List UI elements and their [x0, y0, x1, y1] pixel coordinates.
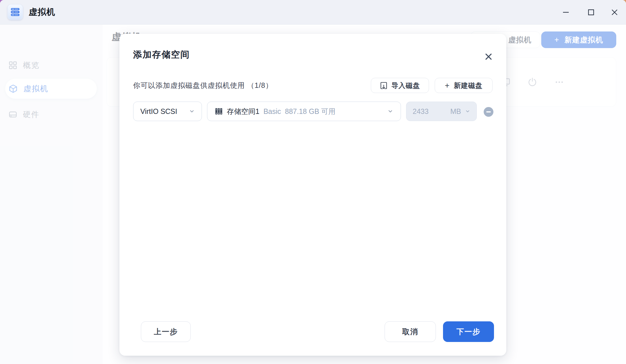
- chevron-down-icon: [387, 108, 393, 114]
- storage-pool-select[interactable]: 存储空间1 Basic 887.18 GB 可用: [207, 102, 401, 121]
- cancel-label: 取消: [402, 327, 418, 337]
- storage-pool-name: 存储空间1: [227, 107, 259, 116]
- import-disk-label: 导入磁盘: [391, 81, 420, 90]
- app-logo: [7, 4, 23, 20]
- dialog-title: 添加存储空间: [133, 49, 190, 61]
- dialog-description: 你可以添加虚拟磁盘供虚拟机使用 （1/8）: [133, 78, 273, 93]
- import-disk-button[interactable]: 导入磁盘: [371, 78, 429, 93]
- window-close-button[interactable]: [606, 0, 623, 24]
- minimize-icon: [562, 9, 570, 16]
- new-disk-label: 新建磁盘: [454, 81, 483, 90]
- disk-size-unit: MB: [450, 107, 461, 116]
- disk-size-field: MB: [406, 102, 477, 121]
- maximize-icon: [587, 9, 595, 16]
- server-stack-icon: [10, 7, 20, 17]
- storage-array-icon: [215, 107, 223, 115]
- import-file-icon: [380, 82, 387, 90]
- new-disk-button[interactable]: + 新建磁盘: [435, 78, 493, 93]
- app-window: 虚拟机: [0, 0, 626, 364]
- previous-step-label: 上一步: [154, 327, 178, 337]
- window-close-icon: [611, 9, 618, 16]
- minimize-button[interactable]: [557, 0, 574, 24]
- storage-pool-free: 887.18 GB 可用: [285, 107, 335, 116]
- titlebar: 虚拟机: [0, 0, 626, 25]
- storage-pool-type: Basic: [263, 107, 281, 116]
- maximize-button[interactable]: [582, 0, 600, 24]
- close-icon: [484, 52, 493, 61]
- cancel-button[interactable]: 取消: [385, 321, 436, 342]
- chevron-down-icon: [465, 109, 470, 114]
- plus-icon: +: [445, 82, 450, 90]
- chevron-down-icon: [189, 108, 195, 114]
- add-storage-dialog: 添加存储空间 你可以添加虚拟磁盘供虚拟机使用 （1/8） 导入磁盘 + 新建磁盘: [119, 34, 506, 356]
- dialog-close-button[interactable]: [483, 52, 494, 62]
- next-step-button[interactable]: 下一步: [443, 321, 494, 342]
- disk-size-input[interactable]: [413, 107, 438, 116]
- bus-type-value: VirtIO SCSI: [140, 107, 177, 116]
- next-step-label: 下一步: [456, 327, 481, 337]
- window-title: 虚拟机: [29, 0, 55, 24]
- previous-step-button[interactable]: 上一步: [141, 321, 191, 342]
- remove-disk-button[interactable]: [484, 107, 493, 117]
- bus-type-select[interactable]: VirtIO SCSI: [133, 102, 202, 121]
